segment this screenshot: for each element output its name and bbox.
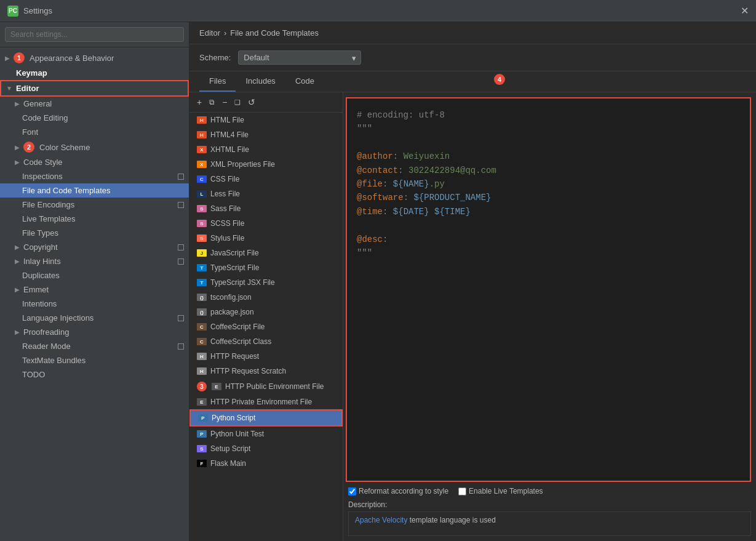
sidebar-item-inlay-hints[interactable]: ▶ Inlay Hints: [0, 254, 189, 268]
ts-icon: T: [197, 264, 207, 271]
file-item-label: TypeScript File: [210, 263, 259, 272]
sidebar-item-color-scheme[interactable]: ▶ 2 Color Scheme: [0, 139, 189, 155]
live-templates-label: Enable Live Templates: [469, 487, 543, 495]
file-item-scss[interactable]: S SCSS File: [189, 216, 343, 231]
file-item-less[interactable]: L Less File: [189, 186, 343, 201]
file-item-ts[interactable]: T TypeScript File: [189, 260, 343, 275]
indicator-icon: [178, 244, 184, 250]
live-templates-checkbox-label[interactable]: Enable Live Templates: [458, 487, 543, 495]
scheme-select-wrapper: Default: [238, 50, 361, 65]
file-item-tsconfig[interactable]: {} tsconfig.json: [189, 290, 343, 305]
sidebar-item-duplicates[interactable]: Duplicates: [0, 268, 189, 283]
file-item-http-request[interactable]: H HTTP Request: [189, 349, 343, 364]
sidebar-item-reader-mode[interactable]: Reader Mode: [0, 339, 189, 353]
file-item-flask-main[interactable]: F Flask Main: [189, 456, 343, 471]
sidebar-item-keymap[interactable]: Keymap: [0, 66, 189, 80]
sidebar-item-label: Font: [22, 127, 38, 137]
sidebar-item-appearance[interactable]: ▶ 1 Appearance & Behavior: [0, 50, 189, 66]
sidebar-item-label: Proofreading: [23, 327, 69, 337]
file-item-http-public-env[interactable]: 3 E HTTP Public Environment File: [189, 379, 343, 395]
code-line-3: [357, 136, 740, 150]
sidebar-item-live-templates[interactable]: Live Templates: [0, 212, 189, 226]
sidebar-item-copyright[interactable]: ▶ Copyright: [0, 240, 189, 254]
file-item-xhtml[interactable]: X XHTML File: [189, 142, 343, 157]
sidebar-item-todo[interactable]: TODO: [0, 367, 189, 382]
copy-button[interactable]: ⧉: [207, 97, 217, 108]
code-line-9: [357, 218, 740, 232]
expand-arrow: ▼: [6, 85, 12, 92]
sidebar-item-editor[interactable]: ▼ Editor: [0, 80, 189, 97]
code-editor[interactable]: # encoding: utf-8 """ @author: Weiyuexin…: [346, 97, 751, 482]
sidebar-tree: ▶ 1 Appearance & Behavior Keymap ▼ Edito…: [0, 47, 189, 541]
file-item-sass[interactable]: S Sass File: [189, 201, 343, 216]
tab-includes[interactable]: Includes: [236, 71, 285, 92]
file-item-xml-props[interactable]: X XML Properties File: [189, 157, 343, 172]
duplicate-button[interactable]: ❑: [232, 97, 243, 108]
file-list-panel: + ⧉ − ❑ ↺ H HTML File H HTML4 File X XHT…: [189, 92, 343, 541]
reset-button[interactable]: ↺: [245, 96, 258, 108]
file-item-label: Python Unit Test: [210, 430, 264, 438]
file-item-css[interactable]: C CSS File: [189, 172, 343, 186]
remove-button[interactable]: −: [220, 96, 229, 108]
file-item-coffeescript-class[interactable]: C CoffeeScript Class: [189, 334, 343, 349]
file-item-package-json[interactable]: {} package.json: [189, 305, 343, 319]
stylus-icon: S: [197, 234, 207, 242]
file-item-html4[interactable]: H HTML4 File: [189, 127, 343, 142]
file-item-stylus[interactable]: S Stylus File: [189, 231, 343, 246]
file-item-label: HTTP Request Scratch: [210, 367, 286, 375]
file-item-label: HTML File: [210, 116, 244, 124]
sidebar-item-font[interactable]: Font: [0, 125, 189, 139]
breadcrumb-separator: ›: [224, 28, 226, 38]
code-line-2: """: [357, 122, 740, 135]
badge-2: 2: [23, 142, 34, 153]
scheme-select[interactable]: Default: [238, 50, 361, 65]
sidebar-item-file-types[interactable]: File Types: [0, 226, 189, 240]
tabs-row: Files Includes Code 4: [189, 71, 756, 92]
file-item-js[interactable]: J JavaScript File: [189, 246, 343, 260]
reformat-checkbox-label[interactable]: Reformat according to style: [348, 487, 448, 495]
search-box: [0, 22, 189, 47]
sidebar-item-textmate-bundles[interactable]: TextMate Bundles: [0, 353, 189, 367]
sidebar-item-code-style[interactable]: ▶ Code Style: [0, 155, 189, 169]
reformat-checkbox[interactable]: [348, 487, 356, 495]
velocity-link[interactable]: Apache Velocity: [355, 516, 407, 524]
files-area: + ⧉ − ❑ ↺ H HTML File H HTML4 File X XHT…: [189, 92, 756, 541]
code-line-8: @time: ${DATE} ${TIME}: [357, 205, 740, 218]
file-item-setup-script[interactable]: S Setup Script: [189, 441, 343, 456]
file-item-tsx[interactable]: T TypeScript JSX File: [189, 275, 343, 290]
file-item-html[interactable]: H HTML File: [189, 113, 343, 127]
file-item-http-private-env[interactable]: E HTTP Private Environment File: [189, 395, 343, 409]
scheme-row: Scheme: Default: [189, 44, 756, 71]
sidebar-item-code-editing[interactable]: Code Editing: [0, 111, 189, 125]
search-input[interactable]: [5, 27, 184, 42]
file-item-python-unit-test[interactable]: P Python Unit Test: [189, 427, 343, 441]
breadcrumb-editor: Editor: [199, 28, 220, 38]
code-line-6: @file: ${NAME}.py: [357, 177, 740, 191]
file-item-label: Less File: [210, 190, 240, 198]
sidebar-item-intentions[interactable]: Intentions: [0, 297, 189, 311]
sidebar-item-label: Inspections: [22, 172, 63, 181]
file-item-coffeescript[interactable]: C CoffeeScript File: [189, 319, 343, 334]
scss-icon: S: [197, 220, 207, 227]
xhtml-icon: X: [197, 146, 207, 153]
file-item-label: CoffeeScript File: [210, 323, 265, 331]
sidebar-item-file-code-templates[interactable]: File and Code Templates: [0, 183, 189, 198]
sidebar-item-file-encodings[interactable]: File Encodings: [0, 198, 189, 212]
sidebar-item-proofreading[interactable]: ▶ Proofreading: [0, 325, 189, 339]
file-item-python-script[interactable]: P Python Script: [189, 409, 343, 427]
sidebar-item-label: File and Code Templates: [22, 186, 111, 195]
close-button[interactable]: ✕: [741, 5, 749, 17]
sidebar-item-emmet[interactable]: ▶ Emmet: [0, 283, 189, 297]
indicator-icon: [178, 343, 184, 350]
live-templates-checkbox[interactable]: [458, 487, 466, 495]
add-button[interactable]: +: [194, 96, 204, 108]
code-line-10: @desc:: [357, 233, 740, 246]
sidebar-item-inspections[interactable]: Inspections: [0, 169, 189, 183]
coffee-icon: C: [197, 323, 207, 331]
sidebar-item-language-injections[interactable]: Language Injections: [0, 311, 189, 325]
tab-files[interactable]: Files: [199, 71, 236, 92]
tab-code[interactable]: Code: [285, 71, 324, 92]
file-item-http-scratch[interactable]: H HTTP Request Scratch: [189, 364, 343, 379]
sidebar-item-general[interactable]: ▶ General: [0, 97, 189, 111]
sidebar-item-label: General: [23, 99, 52, 108]
